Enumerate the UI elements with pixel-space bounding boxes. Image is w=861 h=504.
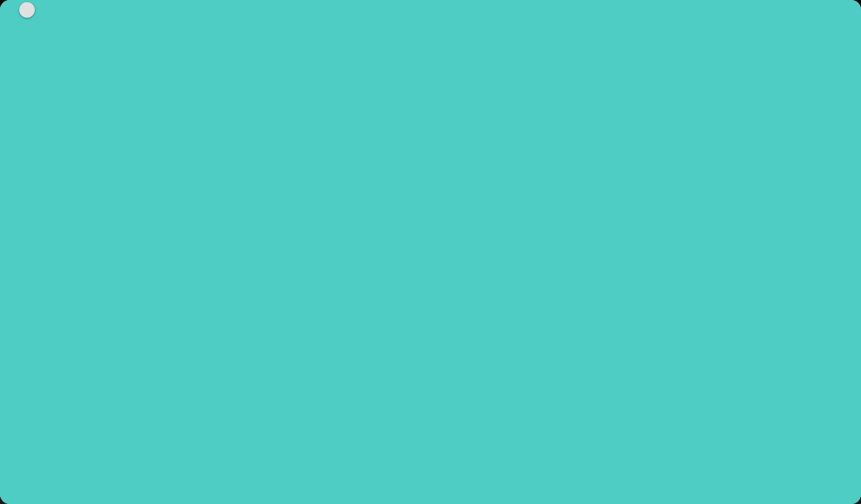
section-settings: SETTINGS Display notification Please not… [114, 215, 747, 405]
toggle-track-notification[interactable] [0, 71, 861, 464]
setting-row-display-notification: Display notification Please notice: If y… [114, 234, 747, 311]
main-content: GENERAL Start service Automatic start af… [0, 71, 861, 464]
settings-panel: GENERAL Start service Automatic start af… [86, 71, 775, 464]
